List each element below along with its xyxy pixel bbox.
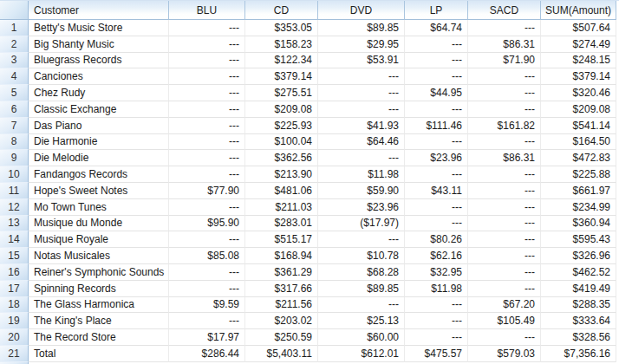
row-indicator[interactable]: 8: [0, 134, 29, 151]
cell-lp[interactable]: ---: [405, 134, 468, 151]
cell-dvd[interactable]: ---: [318, 101, 405, 118]
cell-lp[interactable]: $44.95: [405, 85, 468, 101]
cell-dvd[interactable]: ---: [318, 68, 405, 85]
cell-lp[interactable]: ---: [405, 53, 468, 69]
cell-blu[interactable]: ---: [169, 68, 245, 85]
cell-blu[interactable]: $95.90: [169, 216, 245, 232]
cell-cd[interactable]: $481.06: [245, 183, 318, 199]
table-row[interactable]: 14 Musique Royale --- $515.17 --- $80.26…: [0, 231, 619, 248]
cell-dvd[interactable]: $53.91: [318, 53, 405, 69]
table-row[interactable]: 5 Chez Rudy --- $275.51 --- $44.95 --- $…: [0, 85, 619, 101]
cell-cd[interactable]: $275.51: [245, 85, 318, 101]
cell-sacd[interactable]: $86.31: [468, 36, 541, 53]
cell-customer[interactable]: Notas Musicales: [29, 248, 169, 264]
column-header-sacd[interactable]: SACD: [468, 1, 541, 20]
cell-sum[interactable]: $419.49: [541, 281, 616, 297]
cell-customer[interactable]: Canciones: [29, 68, 169, 85]
cell-sum[interactable]: $234.99: [541, 199, 616, 216]
cell-lp[interactable]: $62.16: [405, 248, 468, 264]
cell-sacd[interactable]: ---: [468, 166, 541, 183]
cell-cd[interactable]: $168.94: [245, 248, 318, 264]
cell-sacd[interactable]: ---: [468, 134, 541, 151]
cell-sacd[interactable]: ---: [468, 183, 541, 199]
cell-blu[interactable]: ---: [169, 20, 245, 36]
cell-customer[interactable]: Mo Town Tunes: [29, 199, 169, 216]
cell-sacd[interactable]: ---: [468, 329, 541, 346]
cell-lp[interactable]: $111.46: [405, 118, 468, 134]
cell-lp[interactable]: ---: [405, 199, 468, 216]
cell-blu[interactable]: ---: [169, 264, 245, 281]
cell-sacd[interactable]: ---: [468, 85, 541, 101]
cell-cd[interactable]: $158.23: [245, 36, 318, 53]
table-row[interactable]: 7 Das Piano --- $225.93 $41.93 $111.46 $…: [0, 118, 619, 134]
column-header-blu[interactable]: BLU: [169, 1, 245, 20]
cell-lp[interactable]: ---: [405, 36, 468, 53]
cell-cd[interactable]: $5,403.11: [245, 346, 318, 362]
cell-customer[interactable]: Hope's Sweet Notes: [29, 183, 169, 199]
cell-blu[interactable]: ---: [169, 118, 245, 134]
cell-sum[interactable]: $288.35: [541, 297, 616, 314]
cell-lp[interactable]: ---: [405, 166, 468, 183]
cell-dvd[interactable]: $59.90: [318, 183, 405, 199]
cell-sum[interactable]: $248.15: [541, 53, 616, 69]
cell-sacd[interactable]: $105.49: [468, 313, 541, 329]
cell-customer[interactable]: Die Harmonie: [29, 134, 169, 151]
cell-dvd[interactable]: $23.96: [318, 199, 405, 216]
cell-dvd[interactable]: $64.46: [318, 134, 405, 151]
cell-dvd[interactable]: $25.13: [318, 313, 405, 329]
row-indicator[interactable]: 9: [0, 150, 29, 166]
table-row[interactable]: 16 Reiner's Symphonic Sounds --- $361.29…: [0, 264, 619, 281]
cell-dvd[interactable]: ---: [318, 150, 405, 166]
cell-dvd[interactable]: $29.95: [318, 36, 405, 53]
cell-sacd[interactable]: $579.03: [468, 346, 541, 362]
cell-sacd[interactable]: $161.82: [468, 118, 541, 134]
cell-customer[interactable]: Musique du Monde: [29, 216, 169, 232]
cell-cd[interactable]: $250.59: [245, 329, 318, 346]
cell-sum[interactable]: $360.94: [541, 216, 616, 232]
cell-dvd[interactable]: ($17.97): [318, 216, 405, 232]
cell-customer[interactable]: Die Melodie: [29, 150, 169, 166]
table-row[interactable]: 13 Musique du Monde $95.90 $283.01 ($17.…: [0, 216, 619, 232]
row-indicator[interactable]: 11: [0, 183, 29, 199]
cell-sacd[interactable]: ---: [468, 231, 541, 248]
cell-sum[interactable]: $7,356.16: [541, 346, 616, 362]
cell-cd[interactable]: $209.08: [245, 101, 318, 118]
row-indicator[interactable]: 13: [0, 216, 29, 232]
row-indicator[interactable]: 14: [0, 231, 29, 248]
cell-cd[interactable]: $362.56: [245, 150, 318, 166]
cell-customer[interactable]: Big Shanty Music: [29, 36, 169, 53]
table-row[interactable]: 2 Big Shanty Music --- $158.23 $29.95 --…: [0, 36, 619, 53]
table-row[interactable]: 21 Total $286.44 $5,403.11 $612.01 $475.…: [0, 346, 619, 362]
cell-sum[interactable]: $274.49: [541, 36, 616, 53]
row-indicator[interactable]: 19: [0, 313, 29, 329]
cell-sum[interactable]: $225.88: [541, 166, 616, 183]
row-indicator[interactable]: 15: [0, 248, 29, 264]
row-indicator[interactable]: 20: [0, 329, 29, 346]
row-indicator[interactable]: 1: [0, 20, 29, 36]
column-header-dvd[interactable]: DVD: [318, 1, 405, 20]
cell-blu[interactable]: $85.08: [169, 248, 245, 264]
row-indicator[interactable]: 21: [0, 346, 29, 362]
row-indicator[interactable]: 10: [0, 166, 29, 183]
cell-sum[interactable]: $379.14: [541, 68, 616, 85]
cell-customer[interactable]: Bluegrass Records: [29, 53, 169, 69]
cell-lp[interactable]: $43.11: [405, 183, 468, 199]
row-indicator[interactable]: 12: [0, 199, 29, 216]
cell-lp[interactable]: $23.96: [405, 150, 468, 166]
cell-sum[interactable]: $328.56: [541, 329, 616, 346]
cell-lp[interactable]: $11.98: [405, 281, 468, 297]
cell-lp[interactable]: ---: [405, 216, 468, 232]
cell-sum[interactable]: $326.96: [541, 248, 616, 264]
grid-corner-cell[interactable]: [0, 1, 29, 20]
cell-lp[interactable]: $32.95: [405, 264, 468, 281]
cell-sum[interactable]: $209.08: [541, 101, 616, 118]
cell-lp[interactable]: $80.26: [405, 231, 468, 248]
cell-cd[interactable]: $515.17: [245, 231, 318, 248]
cell-sacd[interactable]: ---: [468, 68, 541, 85]
cell-sacd[interactable]: ---: [468, 199, 541, 216]
table-row[interactable]: 19 The King's Place --- $203.02 $25.13 -…: [0, 313, 619, 329]
cell-sum[interactable]: $320.46: [541, 85, 616, 101]
row-indicator[interactable]: 4: [0, 68, 29, 85]
cell-blu[interactable]: ---: [169, 313, 245, 329]
cell-cd[interactable]: $211.03: [245, 199, 318, 216]
